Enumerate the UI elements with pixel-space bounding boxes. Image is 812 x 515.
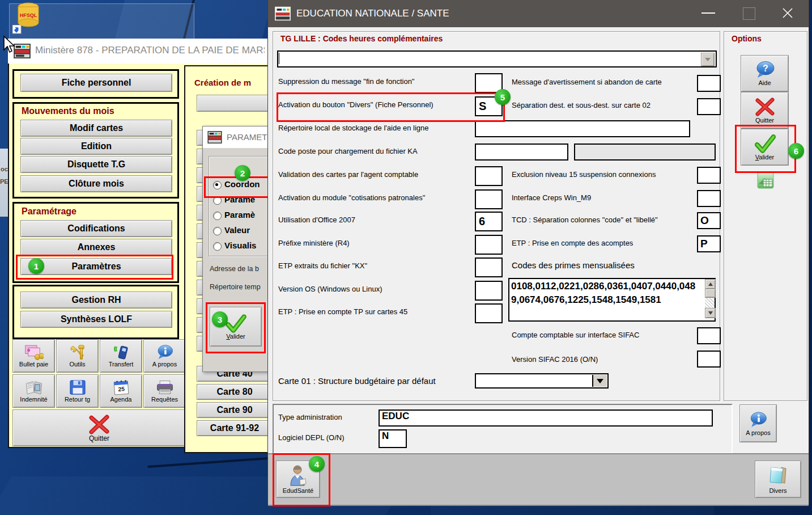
scroll-thumb[interactable] bbox=[705, 289, 716, 298]
etp-acomptes-field[interactable]: P bbox=[697, 235, 721, 252]
requetes-button[interactable]: Requêtes bbox=[143, 374, 186, 408]
compte-sifac-field[interactable] bbox=[697, 327, 721, 344]
chevron-down-icon bbox=[597, 379, 603, 383]
modif-cartes-button[interactable]: Modif cartes bbox=[20, 120, 172, 137]
radio-valeur-label: Valeur bbox=[224, 225, 250, 235]
separation-dest-field[interactable] bbox=[697, 98, 721, 115]
interface-creps-field[interactable] bbox=[697, 190, 721, 207]
shortcut-arrow-icon bbox=[12, 25, 22, 34]
field-label: Compte comptable sur interface SIFAC bbox=[512, 331, 639, 339]
desktop: HFSQL oc PE Ministère 878 - PREPARATION … bbox=[0, 0, 812, 515]
notepad-icon bbox=[767, 465, 789, 487]
codifications-button[interactable]: Codifications bbox=[20, 220, 172, 237]
radio-parametres-2[interactable] bbox=[213, 212, 222, 220]
valider-button-main[interactable]: Valider bbox=[741, 129, 789, 166]
field-label: Version SIFAC 2016 (O/N) bbox=[512, 355, 598, 364]
carte01-combobox[interactable] bbox=[475, 373, 609, 389]
etp-tp-cartes45-field[interactable] bbox=[475, 303, 503, 323]
validation-cartes-field[interactable] bbox=[475, 166, 503, 186]
creation-window: Création de m Carte 40 Carte 80 Carte 90… bbox=[184, 65, 271, 453]
phone-transfer-icon bbox=[112, 344, 130, 360]
radio-parametres-2-label: Paramè bbox=[224, 210, 255, 219]
annotation-number-1: 1 bbox=[28, 258, 44, 274]
syntheses-lolf-button[interactable]: Synthèses LOLF bbox=[20, 311, 172, 328]
apropos-toolbar-label: A propos bbox=[152, 361, 177, 368]
field-label: TCD : Séparation colonnes "code" et "lib… bbox=[512, 216, 658, 224]
combobox-dropdown-button[interactable] bbox=[701, 53, 715, 66]
tools-icon bbox=[69, 344, 86, 360]
tcd-separation-field[interactable]: O bbox=[697, 212, 721, 229]
agenda-button[interactable]: 25 Agenda bbox=[100, 374, 142, 408]
carte-90-button[interactable]: Carte 90 bbox=[197, 402, 273, 418]
apropos-main-label: A propos bbox=[746, 429, 770, 436]
apropos-button-main[interactable]: A propos bbox=[739, 404, 777, 442]
fiche-personnel-button[interactable]: Fiche personnel bbox=[20, 74, 172, 92]
divers-button[interactable]: Divers bbox=[755, 461, 801, 498]
annexes-button[interactable]: Annexes bbox=[20, 239, 172, 256]
minimize-button[interactable] bbox=[702, 12, 715, 14]
type-admin-label: Type administration bbox=[278, 413, 342, 421]
codes-heures-combobox[interactable] bbox=[277, 50, 717, 67]
mouvements-header: Mouvements du mois bbox=[22, 106, 114, 116]
info-bubble-icon bbox=[156, 344, 174, 360]
education-titlebar[interactable]: EDUCATION NATIONALE / SANTE bbox=[268, 0, 809, 27]
quitter-button-main[interactable]: Quitter bbox=[741, 92, 789, 129]
adresse-base-label: Adresse de la b bbox=[210, 265, 259, 273]
quitter-button-left[interactable]: Quitter bbox=[12, 410, 186, 446]
office-2007-field[interactable]: 6 bbox=[475, 212, 503, 231]
tg-lille-group-title: TG LILLE : Codes heures complémentaires bbox=[278, 34, 445, 43]
carte-80-button[interactable]: Carte 80 bbox=[197, 384, 273, 400]
transfert-button[interactable]: Transfert bbox=[100, 339, 142, 373]
bullet-paie-button[interactable]: Bullet paie bbox=[12, 339, 55, 373]
quitter-main-label: Quitter bbox=[755, 117, 774, 124]
hfsql-shortcut[interactable]: HFSQL bbox=[12, 2, 44, 37]
annotation-number-2: 2 bbox=[235, 165, 250, 181]
version-sifac-field[interactable] bbox=[697, 351, 721, 368]
divers-label: Divers bbox=[769, 487, 787, 494]
codes-primes-textarea[interactable]: 0108,0112,0221,0286,0361,0407,0440,0489,… bbox=[508, 278, 716, 322]
field-label: Préfixe ministère (R4) bbox=[278, 239, 350, 247]
parametres-dialog-titlebar[interactable]: PARAMET bbox=[203, 126, 277, 148]
annotation-number-5: 5 bbox=[495, 89, 511, 105]
aide-button[interactable]: ? Aide bbox=[741, 55, 789, 92]
apropos-toolbar-button[interactable]: A propos bbox=[143, 339, 186, 373]
close-button[interactable] bbox=[781, 6, 794, 20]
gestion-rh-button[interactable]: Gestion RH bbox=[20, 292, 172, 309]
logiciel-depl-input[interactable]: N bbox=[379, 429, 407, 448]
carte-91-92-button[interactable]: Carte 91-92 bbox=[197, 420, 273, 436]
etp-kx-field[interactable] bbox=[475, 258, 503, 277]
retour-tg-button[interactable]: Retour tg bbox=[56, 374, 99, 408]
prefixe-ministere-field[interactable] bbox=[475, 235, 503, 255]
mouse-cursor bbox=[2, 35, 17, 54]
message-abandon-field[interactable] bbox=[697, 75, 721, 92]
cotisations-patronales-field[interactable] bbox=[475, 189, 503, 209]
app-icon bbox=[275, 6, 291, 21]
ministere-titlebar[interactable]: Ministère 878 - PREPARATION DE LA PAIE D… bbox=[8, 39, 269, 64]
indemnite-button[interactable]: Indemnité bbox=[12, 374, 55, 408]
radio-visualisation[interactable] bbox=[213, 242, 222, 251]
edition-button[interactable]: Edition bbox=[20, 138, 172, 155]
carte01-dropdown-button[interactable] bbox=[592, 375, 607, 387]
scroll-up-button[interactable] bbox=[705, 279, 716, 289]
creation-strip-button[interactable] bbox=[197, 95, 270, 112]
maximize-button[interactable] bbox=[743, 7, 755, 20]
carte01-label: Carte 01 : Structure budgétaire par défa… bbox=[278, 376, 436, 386]
dialog-valider-label: Valider bbox=[226, 333, 245, 340]
annotation-number-6: 6 bbox=[788, 143, 804, 159]
textarea-scrollbar[interactable] bbox=[705, 279, 715, 318]
code-poste-input[interactable] bbox=[475, 143, 568, 161]
exclusion-niveau15-field[interactable] bbox=[697, 167, 721, 184]
repertoire-aide-input[interactable] bbox=[475, 120, 690, 137]
disquette-tg-button[interactable]: Disquette T.G bbox=[20, 156, 172, 173]
fragment-text: oc bbox=[1, 166, 8, 172]
version-os-field[interactable] bbox=[475, 281, 503, 301]
radio-parametres-1[interactable] bbox=[213, 196, 222, 205]
scroll-down-button[interactable] bbox=[705, 308, 716, 318]
radio-valeur[interactable] bbox=[213, 227, 222, 235]
cloture-mois-button[interactable]: Clôture mois bbox=[20, 175, 172, 192]
creation-header: Création de m bbox=[194, 78, 251, 87]
type-admin-input[interactable]: EDUC bbox=[379, 410, 713, 427]
radio-coordonnees[interactable] bbox=[213, 181, 222, 189]
spreadsheet-icon[interactable] bbox=[756, 171, 775, 189]
outils-button[interactable]: Outils bbox=[56, 339, 99, 373]
